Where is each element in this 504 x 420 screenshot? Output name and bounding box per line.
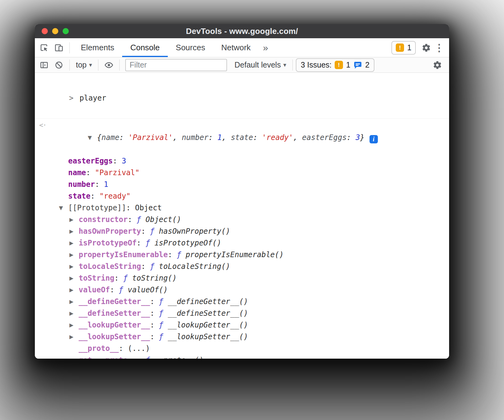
- warning-icon: !: [396, 43, 404, 52]
- property-value: ƒ: [159, 332, 168, 341]
- property-row[interactable]: ▶state: "ready": [35, 190, 449, 202]
- property-value: 1: [104, 180, 108, 189]
- property-row[interactable]: ▶toLocaleString: ƒ toLocaleString(): [35, 261, 449, 272]
- error-badge[interactable]: ! 1: [391, 41, 416, 55]
- preview-segment: number: [182, 133, 209, 142]
- collapse-icon[interactable]: ▼: [88, 132, 97, 143]
- console-sidebar-toggle[interactable]: [37, 58, 52, 72]
- property-row[interactable]: ▶valueOf: ƒ valueOf(): [35, 284, 449, 296]
- collapse-icon[interactable]: ▼: [59, 202, 68, 214]
- issues-counter[interactable]: 3 Issues: ! 1 2: [296, 58, 374, 72]
- property-value: ƒ: [146, 356, 155, 359]
- gear-icon: [422, 43, 431, 52]
- info-glyph: i: [373, 133, 374, 145]
- property-row[interactable]: ▶isPrototypeOf: ƒ isPrototypeOf(): [35, 237, 449, 249]
- expand-icon[interactable]: ▶: [69, 296, 79, 307]
- expand-icon[interactable]: ▶: [69, 214, 79, 225]
- expand-icon[interactable]: ▶: [69, 249, 79, 261]
- tab-network[interactable]: Network: [213, 38, 258, 57]
- property-value: toLocaleString(): [159, 262, 230, 271]
- more-tabs-button[interactable]: »: [259, 38, 273, 57]
- property-row[interactable]: ▶easterEggs: 3: [35, 155, 449, 167]
- inspect-cursor-icon: [39, 43, 49, 52]
- property-row[interactable]: ▶toString: ƒ toString(): [35, 272, 449, 284]
- expand-icon[interactable]: ▶: [69, 307, 79, 319]
- property-value: propertyIsEnumerable(): [186, 250, 284, 259]
- property-value: isPrototypeOf(): [155, 239, 221, 247]
- clear-console-button[interactable]: [52, 58, 66, 72]
- device-toolbar-button[interactable]: [52, 40, 66, 55]
- property-key: __lookupGetter__: [79, 321, 150, 329]
- property-row[interactable]: ▶number: 1: [35, 179, 449, 190]
- key-value-separator: :: [90, 192, 99, 200]
- live-expression-button[interactable]: [101, 58, 116, 72]
- log-levels-selector[interactable]: Default levels ▾: [231, 60, 289, 69]
- property-row[interactable]: ▶__lookupGetter__: ƒ __lookupGetter__(): [35, 319, 449, 331]
- titlebar: DevTools - www.google.com/: [35, 24, 449, 38]
- property-row[interactable]: ▶__defineGetter__: ƒ __defineGetter__(): [35, 296, 449, 307]
- property-value: Object: [135, 204, 162, 212]
- overflow-menu-button[interactable]: ⋮: [434, 42, 445, 54]
- object-preview-row[interactable]: ▼{name: 'Parzival', number: 1, state: 'r…: [35, 120, 449, 155]
- property-row[interactable]: ▶hasOwnProperty: ƒ hasOwnProperty(): [35, 225, 449, 237]
- property-value: __proto__(): [155, 356, 204, 359]
- property-value: __lookupSetter__(): [168, 332, 248, 341]
- minimize-window-button[interactable]: [52, 28, 58, 34]
- settings-button[interactable]: [419, 40, 434, 55]
- expand-icon[interactable]: ▶: [69, 237, 79, 249]
- property-row[interactable]: ▶name: "Parzival": [35, 167, 449, 179]
- property-value: ƒ: [150, 227, 159, 236]
- console-output: >player <· ▼{name: 'Parzival', number: 1…: [35, 73, 449, 359]
- inspect-element-button[interactable]: [37, 40, 52, 55]
- property-row[interactable]: ▶propertyIsEnumerable: ƒ propertyIsEnume…: [35, 249, 449, 261]
- expand-icon[interactable]: ▶: [69, 319, 79, 331]
- close-window-button[interactable]: [42, 28, 48, 34]
- gear-icon: [433, 60, 442, 70]
- property-value: "Parzival": [95, 168, 140, 177]
- command-chevron-icon: >: [69, 91, 80, 105]
- window-title: DevTools - www.google.com/: [186, 27, 298, 36]
- preview-segment: :: [119, 133, 128, 142]
- property-row[interactable]: ▶constructor: ƒ Object(): [35, 214, 449, 225]
- key-value-separator: :: [141, 262, 150, 271]
- preview-segment: 1: [217, 133, 222, 142]
- key-value-separator: :: [113, 157, 122, 165]
- filter-input[interactable]: [125, 59, 227, 71]
- property-value: __defineSetter__(): [168, 309, 248, 318]
- property-value: valueOf(): [128, 286, 168, 294]
- expand-icon[interactable]: ▶: [69, 261, 79, 272]
- preview-segment: {: [97, 133, 101, 142]
- key-value-separator: :: [150, 297, 159, 306]
- property-value: (...): [128, 344, 150, 353]
- property-value: 3: [122, 157, 126, 165]
- property-value: ƒ: [123, 274, 132, 282]
- property-key: constructor: [79, 215, 128, 224]
- fullscreen-window-button[interactable]: [63, 28, 69, 34]
- console-command: >player: [35, 78, 449, 119]
- tab-elements[interactable]: Elements: [73, 38, 122, 57]
- property-row[interactable]: ▼[[Prototype]]: Object: [35, 202, 449, 214]
- expand-icon[interactable]: ▶: [69, 354, 79, 359]
- execution-context-selector[interactable]: top ▾: [73, 60, 95, 69]
- tab-label: Console: [130, 43, 159, 52]
- tab-sources[interactable]: Sources: [168, 38, 213, 57]
- expand-icon[interactable]: ▶: [69, 331, 79, 343]
- info-icon[interactable]: i: [370, 135, 378, 143]
- property-row[interactable]: ▶get __proto__: ƒ __proto__(): [35, 354, 449, 359]
- expand-icon[interactable]: ▶: [69, 225, 79, 237]
- property-row[interactable]: ▶__lookupSetter__: ƒ __lookupSetter__(): [35, 331, 449, 343]
- property-value: ƒ: [159, 309, 168, 318]
- console-settings-button[interactable]: [430, 58, 445, 72]
- expand-icon[interactable]: ▶: [69, 284, 79, 296]
- property-value: ƒ: [159, 297, 168, 306]
- property-key: number: [68, 180, 95, 189]
- preview-segment: :: [347, 133, 356, 142]
- error-count: 1: [407, 43, 411, 52]
- property-row[interactable]: ▶__defineSetter__: ƒ __defineSetter__(): [35, 307, 449, 319]
- message-bubble-icon: [353, 61, 362, 69]
- expand-icon[interactable]: ▶: [69, 272, 79, 284]
- tab-console[interactable]: Console: [122, 38, 167, 57]
- preview-segment: :: [209, 133, 217, 142]
- property-value: ƒ: [159, 321, 168, 329]
- property-row[interactable]: ▶__proto__: (...): [35, 343, 449, 354]
